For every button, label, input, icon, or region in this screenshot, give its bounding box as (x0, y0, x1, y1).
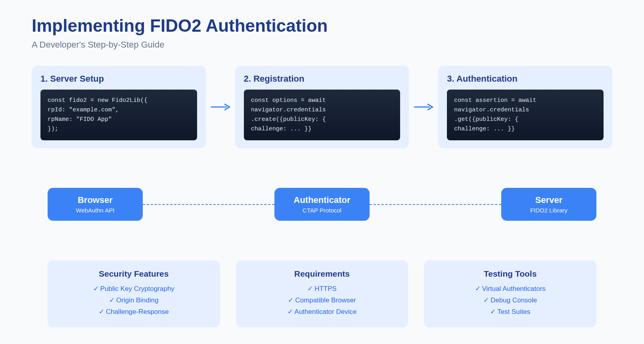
dashed-connector (143, 204, 274, 205)
info-item: ✓Authenticator Device (248, 306, 397, 318)
info-title: Testing Tools (436, 269, 585, 279)
step-title: 1. Server Setup (40, 74, 197, 84)
arrow-icon (211, 103, 230, 111)
check-icon: ✓ (483, 296, 489, 304)
step-authentication: 3. Authentication const assertion = awai… (438, 66, 612, 148)
code-block: const options = await navigator.credenti… (244, 90, 401, 140)
actor-browser: Browser WebAuthn API (48, 188, 143, 221)
step-title: 2. Registration (244, 74, 401, 84)
info-row: Security Features ✓Public Key Cryptograp… (48, 260, 596, 327)
info-card-security: Security Features ✓Public Key Cryptograp… (48, 260, 220, 327)
actor-server: Server FIDO2 Library (501, 188, 596, 221)
info-card-requirements: Requirements ✓HTTPS ✓Compatible Browser … (236, 260, 408, 327)
page-title: Implementing FIDO2 Authentication (32, 16, 612, 36)
code-block: const fido2 = new Fido2Lib({ rpId: "exam… (40, 90, 197, 140)
arrow-icon (414, 103, 433, 111)
info-item: ✓Compatible Browser (248, 295, 397, 306)
actors-row: Browser WebAuthn API Authenticator CTAP … (48, 188, 596, 221)
actor-title: Server (517, 195, 581, 205)
step-registration: 2. Registration const options = await na… (235, 66, 409, 148)
actor-subtitle: FIDO2 Library (517, 207, 581, 214)
step-server-setup: 1. Server Setup const fido2 = new Fido2L… (32, 66, 206, 148)
page-subtitle: A Developer's Step-by-Step Guide (32, 40, 612, 50)
steps-row: 1. Server Setup const fido2 = new Fido2L… (32, 66, 612, 148)
code-block: const assertion = await navigator.creden… (447, 90, 604, 140)
actor-subtitle: WebAuthn API (63, 207, 127, 214)
info-title: Requirements (248, 269, 397, 279)
actor-title: Browser (63, 195, 127, 205)
check-icon: ✓ (490, 308, 496, 315)
check-icon: ✓ (288, 308, 293, 315)
info-item: ✓Origin Binding (59, 295, 208, 306)
info-item: ✓Challenge-Response (59, 306, 208, 318)
step-title: 3. Authentication (447, 74, 604, 84)
actor-authenticator: Authenticator CTAP Protocol (274, 188, 370, 221)
dashed-connector (370, 204, 501, 205)
check-icon: ✓ (109, 296, 115, 304)
info-item: ✓HTTPS (248, 283, 397, 295)
actor-subtitle: CTAP Protocol (290, 207, 354, 214)
info-item: ✓Debug Console (436, 295, 585, 306)
check-icon: ✓ (307, 285, 313, 292)
info-item: ✓Public Key Cryptography (59, 283, 208, 295)
info-title: Security Features (59, 269, 208, 279)
info-card-testing: Testing Tools ✓Virtual Authenticators ✓D… (424, 260, 596, 327)
actor-title: Authenticator (290, 195, 354, 205)
info-item: ✓Test Suites (436, 306, 585, 318)
check-icon: ✓ (99, 308, 104, 315)
check-icon: ✓ (475, 285, 481, 292)
check-icon: ✓ (288, 296, 293, 304)
info-item: ✓Virtual Authenticators (436, 283, 585, 295)
check-icon: ✓ (93, 285, 99, 292)
